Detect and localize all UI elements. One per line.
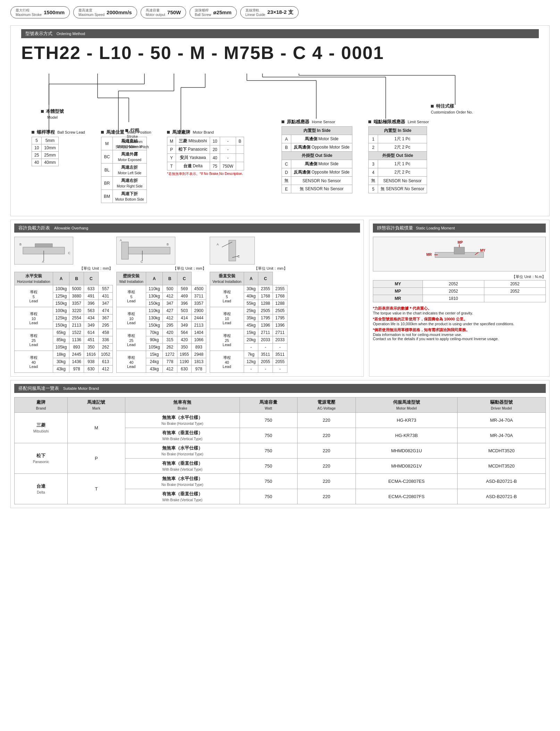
lead25-label: 導程25Lead (15, 329, 53, 351)
brake-note: *若無煞車則不表示。*If No Brake,No Description. (167, 171, 244, 176)
table-row: 導程10Lead 25kg25052505 (210, 307, 287, 314)
spec-ball-screw: 滾珠螺桿 Ball Screw ø25mm (190, 6, 237, 18)
wall-diagram: A B C (116, 237, 175, 264)
spec-motor-output-zh: 馬達容量 (146, 8, 165, 13)
table-row: 導程5Lead 30kg23552355 (210, 285, 287, 293)
table-row: 導程10Lead 100kg3220563474 (15, 307, 113, 314)
motor-mhmd082g1v: MHMD082G1V (356, 459, 458, 474)
spec-motor-output-en: Motor output (146, 13, 165, 17)
static-loading-diagram: MY MP MR (373, 237, 546, 271)
table-row: MY 2052 2052 (373, 280, 546, 288)
wall-installation-block: A B C 【單位 Unit：mm】 壁掛安裝Wall Installation… (116, 237, 206, 373)
brand-delta: 台達Delta (15, 474, 68, 504)
allowable-overhang-section: 容許負載力距表 Allowable Overhang B C A (10, 220, 364, 377)
svg-text:C: C (68, 251, 70, 255)
svg-rect-29 (122, 242, 128, 259)
label-model: 本體型號 Model (32, 108, 73, 120)
voltage-220-1: 220 (297, 413, 356, 428)
lead5-label: 導程5Lead (15, 285, 53, 307)
svg-rect-30 (128, 247, 170, 254)
motor-ecmac20807es: ECMA-C20807ES (356, 474, 458, 489)
brake-yes-vertical-1: 有煞車（垂直仕樣）With Brake (Vertical Type) (125, 428, 240, 443)
wall-diagram-svg: A B C (118, 238, 174, 263)
spec-ball-screw-en: Ball Screw (195, 13, 211, 17)
table-row: 導程25Lead 70kg4205641404 (117, 329, 206, 336)
ballscrew-table: 55mm 1010mm 2525mm 4040mm (32, 137, 59, 166)
spec-linear-guide-value: 23×18-2 支 (267, 9, 293, 16)
ordering-diagram-svg (21, 70, 539, 209)
svg-text:MP: MP (458, 241, 463, 244)
svg-rect-24 (35, 244, 52, 247)
svg-text:A: A (120, 238, 122, 242)
horizontal-unit: 【單位 Unit：mm】 (14, 266, 113, 271)
motor-brand-block: 馬達廠牌 Motor Brand M三菱 Mitsubishi10-B P松下 … (167, 129, 244, 176)
horizontal-header-install: 水平安裝Horizontal Installation (15, 272, 53, 285)
ordering-section: 型號表示方式 Ordering Method ETH22 - L10 - 50 … (10, 25, 550, 216)
vertical-col-c: C (258, 272, 273, 285)
customization-label: 特注式樣 Customization Order No. (431, 103, 473, 115)
svg-text:A: A (42, 260, 44, 263)
table-row: 導程10Lead 110kg4275032900 (117, 307, 206, 314)
vertical-col-a: A (244, 272, 258, 285)
wall-col-b: B (162, 272, 177, 285)
spec-max-stroke: 最大行程 Maximum Stroke 1500mm (10, 6, 70, 18)
table-row: 導程40Lead 18kg244516161052 (15, 351, 113, 358)
spec-max-speed: 最高速度 Maximum Speed 2000mm/s (73, 6, 137, 18)
motor-position-block: 馬達位置 Motor Position M馬達直結Motor Hidden In… (101, 129, 151, 203)
vertical-installation-block: A C 【單位 Unit：mm】 垂直安裝Vertical Installati… (210, 237, 287, 373)
allowable-header: 容許負載力距表 Allowable Overhang (14, 224, 360, 233)
table-row: MR 1810 (373, 295, 546, 302)
motor-table-header: 廠牌Brand 馬達記號Mark 煞車有無Brake 馬達容量Watt 電源電壓… (15, 397, 546, 413)
motor-section-title-zh: 搭配伺服馬達一覽表 (18, 386, 59, 391)
table-row: 導程25Lead 15kg27112711 (210, 329, 287, 336)
vertical-diagram: A C (210, 237, 255, 264)
svg-text:C: C (237, 255, 240, 258)
brand-mitsubishi: 三菱Mitsubishi (15, 413, 68, 443)
brand-panasonic: 松下Panasonic (15, 443, 68, 474)
home-sensor-block: 原點感應器 Home Sensor 內置型 In Side A馬邊側 Motor… (282, 119, 352, 193)
driver-asdb20721b-2: ASD-B20721-B (457, 489, 545, 504)
spec-ball-screw-value: ø25mm (213, 9, 232, 15)
wall-col-a: A (146, 272, 163, 285)
spec-linear-guide-en: Linear Guide (245, 13, 265, 17)
spec-max-stroke-value: 1500mm (44, 9, 65, 15)
spec-max-speed-zh: 最高速度 (78, 8, 105, 13)
wall-unit: 【單位 Unit：mm】 (116, 266, 206, 271)
spec-max-speed-en: Maximum Speed (78, 13, 105, 17)
static-loading-header: 靜態容許負載慣量 Static Loading Moment (373, 224, 546, 233)
spec-bar: 最大行程 Maximum Stroke 1500mm 最高速度 Maximum … (0, 0, 560, 22)
motor-row-panasonic-1: 松下Panasonic P 無煞車（水平仕樣）No Brake (Horizon… (15, 443, 546, 459)
spec-max-stroke-en: Maximum Stroke (16, 13, 42, 17)
brake-yes-vertical-p: 有煞車（垂直仕樣）With Brake (Vertical Type) (125, 459, 240, 474)
driver-mcdht3520-2: MCDHT3520 (457, 459, 545, 474)
lead10-label: 導程10Lead (15, 307, 53, 329)
allowable-title-zh: 容許負載力距表 (18, 225, 50, 230)
static-loading-table: MY 2052 2052 MP 2052 2052 MR 1810 (373, 280, 546, 302)
allowable-title-en: Allowable Overhang (54, 226, 88, 230)
horizontal-table: 水平安裝Horizontal Installation A B C 導程5Lea… (14, 272, 113, 373)
driver-mrj470a-1: MR-J4-70A (457, 413, 545, 428)
table-row: 導程5Lead 110kg5005694500 (117, 285, 206, 293)
model-code-display: ETH22 - L10 - 50 - M - M75B - C 4 - 0001 (21, 42, 539, 63)
horizontal-col-b: B (69, 272, 84, 285)
svg-text:B: B (19, 243, 22, 246)
col-brand: 廠牌Brand (15, 397, 68, 413)
col-watt: 馬達容量Watt (240, 397, 297, 413)
table-row: 導程40Lead 7kg35113511 (210, 351, 287, 358)
motor-hgkr73: HG-KR73 (356, 413, 458, 428)
allowable-tables-wrapper: B C A 【單位 Unit：mm】 水平安裝Horizontal Instal… (14, 237, 360, 373)
driver-mcdht3520-1: MCDHT3520 (457, 443, 545, 459)
motor-row-mitsubishi-1: 三菱Mitsubishi M 無煞車（水平仕樣）No Brake (Horizo… (15, 413, 546, 428)
table-row: MP 2052 2052 (373, 288, 546, 295)
spec-ball-screw-zh: 滾珠螺桿 (195, 8, 211, 13)
limit-sensor-table: 內置型 In Side 11尺 1 Pc 22尺 2 Pc 外掛型 Out Si… (368, 126, 427, 193)
motor-mhmd082g1u: MHMD082G1U (356, 443, 458, 459)
motor-section: 搭配伺服馬達一覽表 Suitable Motor Brand 廠牌Brand 馬… (10, 380, 550, 508)
motor-brand-table: 廠牌Brand 馬達記號Mark 煞車有無Brake 馬達容量Watt 電源電壓… (14, 397, 546, 504)
wall-col-c: C (177, 272, 192, 285)
horizontal-diagram: B C A (14, 237, 73, 264)
brake-no-horizontal-p: 無煞車（水平仕樣）No Brake (Horizontal Type) (125, 443, 240, 459)
col-brake: 煞車有無Brake (125, 397, 240, 413)
driver-mrj470a-2: MR-J4-70A (457, 428, 545, 443)
motor-hgkr73b: HG-KR73B (356, 428, 458, 443)
